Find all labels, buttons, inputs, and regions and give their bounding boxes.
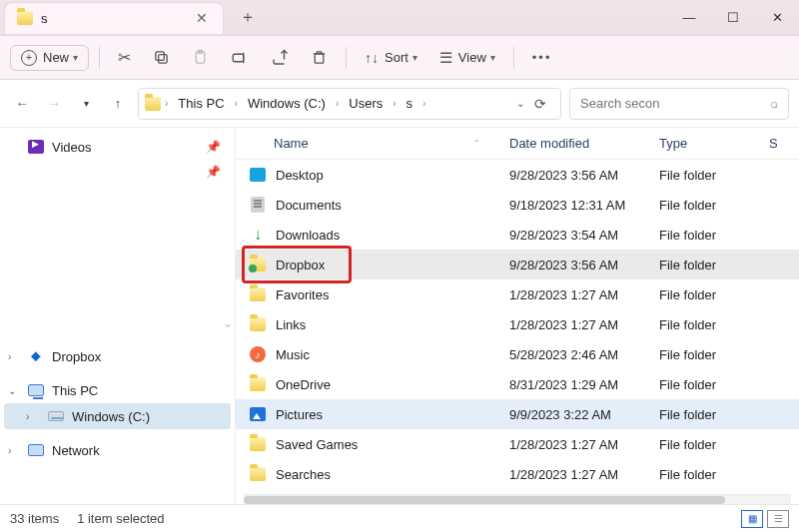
file-row[interactable]: Searches1/28/2023 1:27 AMFile folder: [236, 459, 799, 489]
delete-button[interactable]: [303, 43, 336, 72]
view-label: View: [458, 50, 486, 65]
breadcrumb[interactable]: › This PC › Windows (C:) › Users › s › ⌄…: [138, 88, 561, 120]
minimize-button[interactable]: —: [667, 0, 711, 36]
maximize-button[interactable]: ☐: [711, 0, 755, 36]
file-row[interactable]: Desktop9/28/2023 3:56 AMFile folder: [236, 160, 799, 190]
file-row[interactable]: Dropbox9/28/2023 3:56 AMFile folder: [236, 250, 799, 279]
toolbar: + New ▾ ✂ ↑↓ Sort ▾ ☰ View ▾ •••: [0, 36, 799, 80]
file-type: File folder: [659, 347, 769, 362]
window-controls: — ☐ ✕: [667, 0, 799, 36]
status-bar: 33 items 1 item selected ▦ ☰: [0, 504, 799, 532]
sort-asc-icon: ˄: [474, 139, 479, 149]
share-button[interactable]: [263, 43, 297, 73]
file-name: Documents: [276, 198, 342, 213]
sort-button[interactable]: ↑↓ Sort ▾: [357, 44, 425, 72]
scrollbar[interactable]: ⌄: [223, 316, 233, 330]
copy-icon: [153, 49, 170, 66]
ellipsis-icon: •••: [532, 50, 552, 65]
nav-network[interactable]: › Network: [4, 437, 231, 463]
trash-icon: [311, 49, 328, 66]
column-date[interactable]: Date modified: [509, 136, 659, 151]
nav-videos[interactable]: Videos 📌: [4, 134, 231, 160]
file-date: 1/28/2023 1:27 AM: [509, 317, 659, 332]
search-input[interactable]: [580, 96, 770, 111]
file-date: 9/18/2023 12:31 AM: [509, 198, 659, 213]
tab[interactable]: s ✕: [4, 2, 224, 34]
tab-close-button[interactable]: ✕: [193, 9, 211, 27]
crumb-drive[interactable]: Windows (C:): [242, 93, 332, 114]
file-name: Searches: [276, 467, 331, 482]
crumb-this-pc[interactable]: This PC: [172, 93, 230, 114]
nav-this-pc[interactable]: ⌄ This PC: [4, 377, 231, 403]
file-date: 1/28/2023 1:27 AM: [509, 437, 659, 452]
file-type: File folder: [659, 437, 769, 452]
paste-button[interactable]: [184, 43, 217, 72]
back-button[interactable]: ←: [10, 92, 34, 116]
file-row[interactable]: Documents9/18/2023 12:31 AMFile folder: [236, 190, 799, 220]
file-name: Favorites: [276, 287, 329, 302]
column-size[interactable]: S: [769, 136, 799, 151]
crumb-current[interactable]: s: [400, 93, 419, 114]
nav-empty-pinned[interactable]: 📌: [4, 160, 231, 184]
file-row[interactable]: ♪Music5/28/2023 2:46 AMFile folder: [236, 339, 799, 369]
chevron-right-icon: ›: [235, 98, 238, 109]
plus-icon: +: [21, 50, 37, 66]
file-icon: [250, 197, 266, 213]
up-button[interactable]: ↑: [106, 92, 130, 116]
folder-icon: [17, 11, 33, 25]
file-row[interactable]: Favorites1/28/2023 1:27 AMFile folder: [236, 279, 799, 309]
rename-icon: [231, 49, 249, 67]
folder-icon: [145, 97, 161, 111]
nav-dropbox[interactable]: › ⯁ Dropbox: [4, 343, 231, 369]
file-name: Dropbox: [276, 258, 325, 272]
refresh-button[interactable]: ⟳: [534, 96, 546, 112]
recent-locations-button[interactable]: ▾: [74, 92, 98, 116]
file-row[interactable]: Saved Games1/28/2023 1:27 AMFile folder: [236, 429, 799, 459]
new-label: New: [43, 50, 69, 65]
rename-button[interactable]: [223, 43, 257, 73]
navigation-pane: Videos 📌 📌 ⌄ › ⯁ Dropbox ⌄ This PC › Win…: [0, 128, 236, 504]
view-icon: ☰: [439, 49, 452, 67]
view-details-button[interactable]: ☰: [767, 510, 789, 528]
file-name: Links: [276, 317, 306, 332]
more-button[interactable]: •••: [524, 44, 560, 71]
cut-button[interactable]: ✂: [110, 42, 139, 73]
nav-drive-c[interactable]: › Windows (C:): [4, 403, 231, 429]
dropbox-icon: ⯁: [28, 348, 44, 364]
new-button[interactable]: + New ▾: [10, 45, 89, 71]
network-icon: [28, 444, 44, 456]
column-headers: Name ˄ Date modified Type S: [236, 128, 799, 160]
file-date: 1/28/2023 1:27 AM: [509, 467, 659, 482]
chevron-right-icon: ›: [422, 98, 425, 109]
file-row[interactable]: ↓Downloads9/28/2023 3:54 AMFile folder: [236, 220, 799, 250]
chevron-right-icon: ›: [393, 98, 396, 109]
file-list-pane: Name ˄ Date modified Type S Desktop9/28/…: [236, 128, 799, 504]
chevron-down-icon: ▾: [490, 52, 495, 63]
column-name[interactable]: Name ˄: [250, 136, 509, 151]
svg-rect-5: [315, 54, 324, 63]
file-row[interactable]: OneDrive8/31/2023 1:29 AMFile folder: [236, 369, 799, 399]
nav-network-label: Network: [52, 443, 100, 458]
file-name: Desktop: [276, 168, 324, 183]
copy-button[interactable]: [145, 43, 178, 72]
nav-drive-label: Windows (C:): [72, 409, 150, 424]
forward-button[interactable]: →: [42, 92, 66, 116]
file-icon: [250, 316, 266, 332]
address-bar: ← → ▾ ↑ › This PC › Windows (C:) › Users…: [0, 80, 799, 128]
column-type[interactable]: Type: [659, 136, 769, 151]
view-button[interactable]: ☰ View ▾: [431, 43, 503, 73]
tab-title: s: [41, 11, 185, 26]
chevron-right-icon: ›: [165, 98, 168, 109]
new-tab-button[interactable]: ＋: [234, 4, 262, 32]
close-button[interactable]: ✕: [755, 0, 799, 36]
horizontal-scrollbar[interactable]: [244, 494, 791, 504]
view-large-icons-button[interactable]: ▦: [741, 510, 763, 528]
file-row[interactable]: Links1/28/2023 1:27 AMFile folder: [236, 309, 799, 339]
file-icon: [250, 167, 266, 183]
file-type: File folder: [659, 377, 769, 392]
file-row[interactable]: Pictures9/9/2023 3:22 AMFile folder: [236, 399, 799, 429]
crumb-users[interactable]: Users: [343, 93, 389, 114]
search-box[interactable]: ⌕: [569, 88, 789, 120]
address-dropdown-button[interactable]: ⌄: [516, 98, 524, 109]
paste-icon: [192, 49, 209, 66]
